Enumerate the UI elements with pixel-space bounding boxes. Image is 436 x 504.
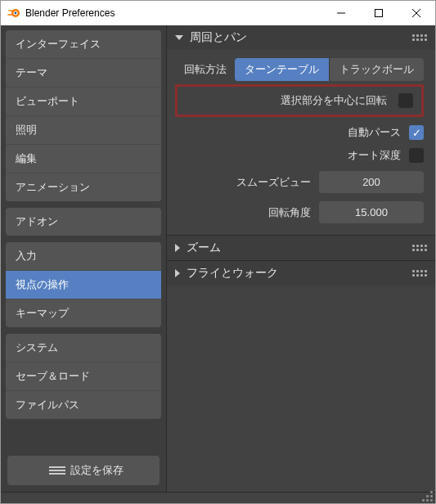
rotation-method-label: 回転方法: [184, 62, 227, 77]
panel-header-fly-walk[interactable]: フライとウォーク: [167, 260, 435, 286]
sidebar-group: システム セーブ＆ロード ファイルパス: [6, 334, 161, 419]
svg-rect-3: [375, 10, 383, 17]
sidebar-group: インターフェイス テーマ ビューポート 照明 編集 アニメーション: [6, 30, 161, 201]
disclosure-right-icon: [175, 244, 180, 252]
sidebar-item-themes[interactable]: テーマ: [6, 59, 161, 88]
sidebar-item-keymap[interactable]: キーマップ: [6, 299, 161, 327]
panel-drag-grip-icon[interactable]: [412, 245, 427, 251]
menu-icon[interactable]: [49, 466, 65, 475]
window-title: Blender Preferences: [25, 7, 322, 19]
rotate-around-selection-checkbox[interactable]: [398, 93, 413, 108]
disclosure-right-icon: [175, 269, 180, 277]
window-resize-grip-icon[interactable]: [422, 491, 433, 502]
window-body: インターフェイス テーマ ビューポート 照明 編集 アニメーション アドオン 入…: [1, 25, 435, 492]
rotation-angle-label: 回転角度: [268, 205, 311, 220]
panel-body-orbit-pan: 回転方法 ターンテーブル トラックボール 選択部分を中心に回転 自動パース オー…: [167, 50, 435, 235]
sidebar-item-editing[interactable]: 編集: [6, 145, 161, 173]
panel-title: 周回とパン: [190, 30, 247, 45]
auto-perspective-row: 自動パース: [175, 125, 424, 140]
preferences-window: Blender Preferences インターフェイス テーマ ビューポート …: [0, 0, 436, 504]
rotate-around-selection-label: 選択部分を中心に回転: [281, 93, 387, 108]
sidebar-item-file-paths[interactable]: ファイルパス: [6, 391, 161, 419]
rotation-angle-field[interactable]: 15.000: [319, 201, 424, 223]
sidebar-item-save-load[interactable]: セーブ＆ロード: [6, 362, 161, 391]
main-panel-area: 周回とパン 回転方法 ターンテーブル トラックボール 選択部分を中心に回転 自動…: [167, 25, 435, 492]
auto-perspective-checkbox[interactable]: [409, 125, 424, 140]
sidebar-item-system[interactable]: システム: [6, 334, 161, 362]
sidebar-item-navigation[interactable]: 視点の操作: [6, 271, 161, 299]
sidebar-item-interface[interactable]: インターフェイス: [6, 30, 161, 59]
rotation-method-row: 回転方法 ターンテーブル トラックボール: [175, 58, 424, 81]
auto-depth-checkbox[interactable]: [409, 148, 424, 163]
sidebar-item-input[interactable]: 入力: [6, 242, 161, 271]
disclosure-down-icon: [175, 35, 183, 40]
sidebar-item-addons[interactable]: アドオン: [6, 208, 161, 236]
sidebar-group: アドオン: [6, 208, 161, 236]
auto-depth-label: オート深度: [348, 148, 401, 163]
panel-drag-grip-icon[interactable]: [412, 270, 427, 277]
status-bar: [1, 492, 435, 503]
sidebar-item-animation[interactable]: アニメーション: [6, 173, 161, 201]
sidebar: インターフェイス テーマ ビューポート 照明 編集 アニメーション アドオン 入…: [1, 25, 167, 492]
sidebar-item-lights[interactable]: 照明: [6, 116, 161, 145]
smooth-view-row: スムーズビュー 200: [175, 171, 424, 193]
sidebar-group: 入力 視点の操作 キーマップ: [6, 242, 161, 327]
auto-perspective-label: 自動パース: [348, 125, 401, 140]
rotation-method-turntable[interactable]: ターンテーブル: [235, 58, 330, 81]
panel-title: ズーム: [187, 241, 221, 255]
window-titlebar: Blender Preferences: [1, 1, 435, 25]
window-minimize-button[interactable]: [322, 1, 360, 25]
panel-drag-grip-icon[interactable]: [412, 34, 427, 41]
window-close-button[interactable]: [398, 1, 435, 25]
auto-depth-row: オート深度: [175, 148, 424, 163]
panel-header-zoom[interactable]: ズーム: [167, 235, 435, 260]
blender-app-icon: [7, 7, 20, 20]
smooth-view-field[interactable]: 200: [319, 171, 424, 193]
panel-title: フライとウォーク: [187, 266, 278, 281]
svg-point-2: [15, 12, 17, 15]
rotation-method-trackball[interactable]: トラックボール: [330, 58, 424, 81]
panel-header-orbit-pan[interactable]: 周回とパン: [167, 25, 435, 50]
save-button-label: 設定を保存: [70, 463, 124, 478]
rotation-angle-row: 回転角度 15.000: [175, 201, 424, 223]
sidebar-item-viewport[interactable]: ビューポート: [6, 88, 161, 116]
window-maximize-button[interactable]: [360, 1, 398, 25]
save-preferences-button[interactable]: 設定を保存: [7, 456, 160, 485]
rotate-around-selection-highlight: 選択部分を中心に回転: [175, 84, 424, 117]
smooth-view-label: スムーズビュー: [236, 175, 311, 190]
rotation-method-segmented: ターンテーブル トラックボール: [235, 58, 424, 81]
